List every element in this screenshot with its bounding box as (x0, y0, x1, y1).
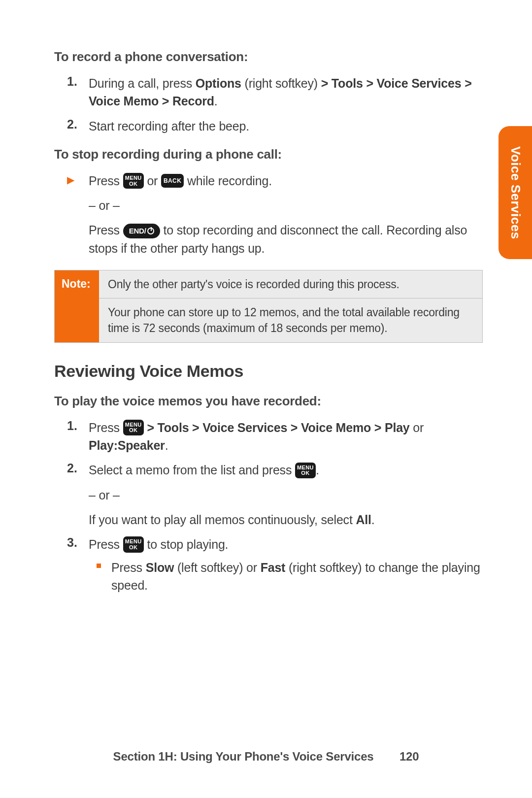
note-row: Your phone can store up to 12 memos, and… (99, 298, 482, 342)
step-number: 1. (67, 419, 77, 433)
ordered-steps: 1. During a call, press Options (right s… (54, 74, 483, 135)
menu-ok-key-icon: MENUOK (295, 463, 316, 478)
bold-run: Slow (146, 561, 174, 574)
note-row: Only the other party's voice is recorded… (99, 270, 482, 298)
bold-run: > Tools > Voice Services > Voice Memo > … (144, 421, 410, 434)
step-number: 2. (67, 117, 77, 132)
text-run: . (165, 438, 168, 452)
side-tab-label: Voice Services (508, 146, 523, 239)
note-label: Note: (55, 270, 99, 342)
step-number: 1. (67, 74, 77, 89)
bold-run: All (356, 513, 371, 527)
square-bullet-icon (97, 564, 101, 568)
section-side-tab: Voice Services (499, 126, 532, 259)
note-body: Only the other party's voice is recorded… (99, 270, 482, 342)
step-item: 2. Start recording after the beep. (89, 117, 483, 135)
step-text: Press MENUOK > Tools > Voice Services > … (89, 421, 424, 452)
or-separator: – or – (89, 197, 483, 214)
bold-run: Play:Speaker (89, 438, 165, 452)
heading-reviewing-voice-memos: Reviewing Voice Memos (54, 362, 483, 381)
text-run: Press (89, 537, 123, 551)
text-run: Select a memo from the list and press (89, 463, 295, 477)
step-number: 2. (67, 461, 77, 475)
back-key-icon: BACK (161, 174, 184, 188)
bold-run: Fast (261, 561, 286, 574)
section-play-memos: To play the voice memos you have recorde… (54, 394, 483, 595)
step-text: During a call, press Options (right soft… (89, 76, 472, 108)
text-run: Press (89, 421, 123, 434)
footer-section-title: Section 1H: Using Your Phone's Voice Ser… (113, 750, 374, 763)
end-power-key-icon: END/ (123, 224, 160, 238)
text-run: . (316, 463, 319, 477)
sub-heading: To record a phone conversation: (54, 49, 483, 65)
step-item: 2. Select a memo from the list and press… (89, 461, 483, 529)
text-run: Press (89, 174, 123, 188)
step-item: 1. During a call, press Options (right s… (89, 74, 483, 110)
or-separator: – or – (89, 486, 483, 504)
text-run: If you want to play all memos continuous… (89, 513, 356, 527)
text-run: or (144, 174, 161, 188)
step-text: Start recording after the beep. (89, 119, 249, 133)
bullet-text: Press MENUOK or BACK while recording. (89, 172, 483, 190)
sub-bullet-text: Press Slow (left softkey) or Fast (right… (111, 561, 480, 592)
step-text: Press MENUOK to stop playing. (89, 535, 483, 553)
bullet-item: ▶ Press MENUOK or BACK while recording. … (89, 172, 483, 257)
menu-ok-key-icon: MENUOK (123, 173, 144, 189)
text-run: . (371, 513, 375, 527)
step-text: If you want to play all memos continuous… (89, 511, 483, 529)
bullet-list: ▶ Press MENUOK or BACK while recording. … (54, 172, 483, 257)
menu-ok-key-icon: MENUOK (123, 536, 144, 552)
sub-heading: To stop recording during a phone call: (54, 147, 483, 162)
step-item: 1. Press MENUOK > Tools > Voice Services… (89, 419, 483, 455)
text-run: (left softkey) or (174, 561, 260, 574)
sub-heading: To play the voice memos you have recorde… (54, 394, 483, 409)
note-callout: Note: Only the other party's voice is re… (54, 270, 483, 343)
sub-bullet-item: Press Slow (left softkey) or Fast (right… (111, 559, 483, 595)
text-run: while recording. (184, 174, 272, 188)
step-number: 3. (67, 535, 77, 550)
section-record-conversation: To record a phone conversation: 1. Durin… (54, 49, 483, 135)
text-run: to stop playing. (144, 537, 229, 551)
bullet-text: Press END/ to stop recording and disconn… (89, 221, 483, 257)
page-footer: Section 1H: Using Your Phone's Voice Ser… (0, 750, 532, 764)
document-page: Voice Services To record a phone convers… (0, 0, 532, 798)
text-run: Press (89, 223, 123, 237)
step-item: 3. Press MENUOK to stop playing. Press S… (89, 535, 483, 594)
text-run: Press (111, 561, 146, 574)
text-run: During a call, press (89, 76, 196, 90)
bold-run: Options (196, 76, 241, 90)
section-stop-recording: To stop recording during a phone call: ▶… (54, 147, 483, 257)
text-run: or (410, 421, 424, 434)
text-run: (right softkey) (241, 76, 321, 90)
arrow-icon: ▶ (67, 174, 74, 186)
page-number: 120 (399, 750, 419, 764)
text-run: . (214, 94, 218, 108)
ordered-steps: 1. Press MENUOK > Tools > Voice Services… (54, 419, 483, 595)
sub-bullet-list: Press Slow (left softkey) or Fast (right… (89, 559, 483, 595)
menu-ok-key-icon: MENUOK (123, 420, 144, 435)
step-text: Select a memo from the list and press ME… (89, 461, 483, 479)
